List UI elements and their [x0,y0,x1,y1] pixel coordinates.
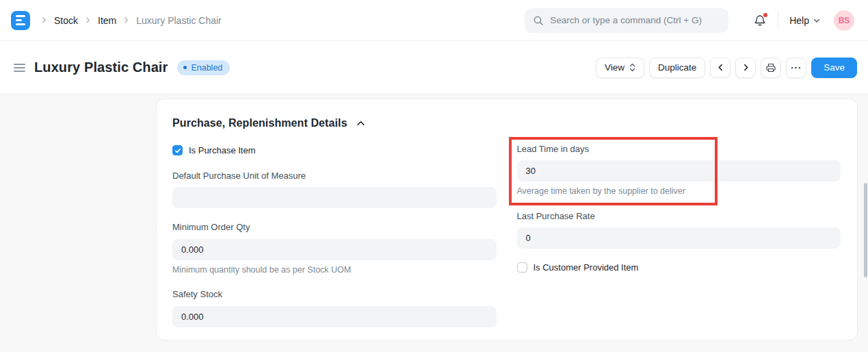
chevron-right-icon [41,17,47,23]
field-label: Lead Time in days [517,144,841,154]
breadcrumb-stock[interactable]: Stock [54,15,78,26]
view-button[interactable]: View [596,58,644,78]
checkbox-checked-icon [172,145,183,155]
selector-icon [629,63,635,72]
form-column-right: Lead Time in days Average time taken by … [517,144,841,342]
hamburger-icon [14,71,25,72]
hamburger-icon [14,67,25,68]
logo-bar [16,15,25,17]
view-button-label: View [605,62,624,73]
printer-icon [765,62,776,73]
avatar-initials: BS [839,16,850,25]
field-help-text: Minimum quantity should be as per Stock … [172,266,497,275]
page-title: Luxury Plastic Chair [34,60,168,75]
app-logo[interactable] [11,11,30,30]
breadcrumb-item[interactable]: Item [98,15,116,26]
lead-time-days-input[interactable] [517,160,841,181]
field-label: Last Purchase Rate [517,212,841,221]
checkbox-label: Is Customer Provided Item [534,262,639,273]
help-label: Help [789,15,809,26]
field-label: Default Purchase Unit of Measure [172,171,497,181]
divider [778,12,778,29]
help-dropdown[interactable]: Help [789,15,820,26]
status-badge: Enabled [177,60,230,75]
field-default-purchase-uom: Default Purchase Unit of Measure [172,171,497,208]
field-label: Safety Stock [172,290,497,299]
chevron-right-icon [742,64,750,71]
last-purchase-rate-input[interactable] [517,227,841,249]
logo-bar [16,19,22,21]
global-search-input[interactable]: Search or type a command (Ctrl + G) [525,8,728,33]
is-purchase-item-checkbox[interactable]: Is Purchase Item [172,145,497,155]
section-title: Purchase, Replenishment Details [172,117,347,129]
header-actions: View Duplicate ··· Save [596,58,857,78]
field-safety-stock: Safety Stock [172,290,497,327]
status-badge-label: Enabled [191,63,222,73]
duplicate-button[interactable]: Duplicate [649,58,705,78]
save-button[interactable]: Save [811,58,857,78]
save-button-label: Save [824,62,845,73]
form-grid: Is Purchase Item Default Purchase Unit o… [172,144,841,342]
menu-button[interactable]: ··· [786,58,806,78]
collapse-section-button[interactable] [355,118,367,129]
field-minimum-order-qty: Minimum Order Qty Minimum quantity shoul… [172,223,497,275]
chevron-down-icon [813,17,820,24]
top-navbar: Stock Item Luxury Plastic Chair Search o… [0,0,868,41]
notification-dot [763,13,767,17]
is-customer-provided-item-checkbox[interactable]: Is Customer Provided Item [517,262,841,273]
section-header: Purchase, Replenishment Details [172,117,841,129]
next-record-button[interactable] [735,58,756,78]
field-help-text: Average time taken by the supplier to de… [517,187,841,197]
form-column-left: Is Purchase Item Default Purchase Unit o… [172,144,497,342]
chevron-left-icon [717,64,724,71]
page-header: Luxury Plastic Chair Enabled View Duplic… [0,41,868,95]
form-section-card: Purchase, Replenishment Details Is Purch… [156,99,858,340]
search-placeholder: Search or type a command (Ctrl + G) [550,15,702,25]
notifications-button[interactable] [753,14,767,27]
status-dot [183,66,187,69]
checkbox-unchecked-icon [517,262,527,273]
checkbox-label: Is Purchase Item [189,145,256,155]
search-icon [533,15,544,26]
logo-bar [16,23,25,25]
chevron-right-icon [85,17,91,23]
avatar[interactable]: BS [834,10,854,31]
breadcrumb: Stock Item Luxury Plastic Chair [41,15,222,26]
breadcrumb-current: Luxury Plastic Chair [136,15,222,26]
minimum-order-qty-input[interactable] [172,239,497,260]
chevron-right-icon [123,17,129,23]
main-content: Purchase, Replenishment Details Is Purch… [0,95,868,340]
sidebar-toggle-button[interactable] [12,61,27,75]
print-button[interactable] [761,58,781,78]
previous-record-button[interactable] [710,58,731,78]
hamburger-icon [14,64,25,65]
field-lead-time-days: Lead Time in days Average time taken by … [517,144,841,197]
duplicate-button-label: Duplicate [658,62,696,73]
default-purchase-uom-input[interactable] [172,187,497,208]
safety-stock-input[interactable] [172,306,497,327]
field-last-purchase-rate: Last Purchase Rate [517,212,841,249]
field-label: Minimum Order Qty [172,223,497,232]
vertical-scrollbar[interactable] [864,183,867,277]
ellipsis-icon: ··· [791,63,802,72]
chevron-up-icon [356,119,365,128]
